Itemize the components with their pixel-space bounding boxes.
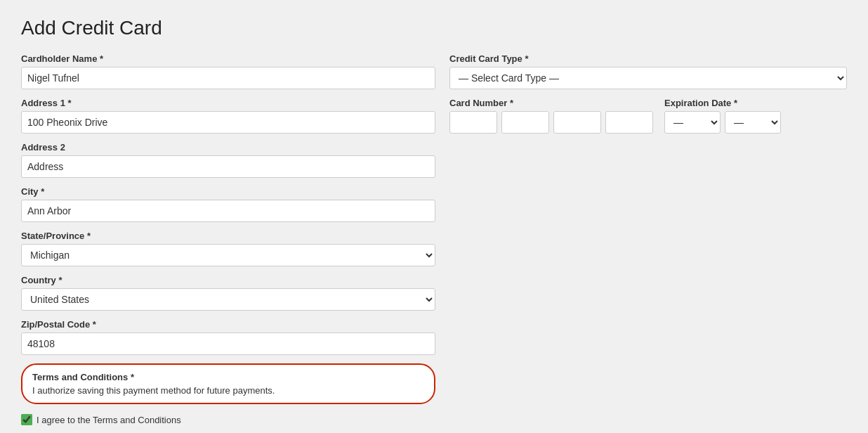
terms-text: I authorize saving this payment method f… — [32, 385, 424, 396]
expiry-selects: — 01 02 03 04 05 06 07 08 09 10 11 12 — [664, 111, 781, 134]
agree-label: I agree to the Terms and Conditions — [37, 415, 181, 425]
card-number-part4[interactable] — [605, 111, 653, 134]
card-number-expiry-row: Card Number * Expiration Date * — 01 02 … — [449, 98, 847, 134]
expiry-month-select[interactable]: — 01 02 03 04 05 06 07 08 09 10 11 12 — [664, 111, 721, 134]
expiry-label: Expiration Date * — [664, 98, 781, 108]
terms-box: Terms and Conditions * I authorize savin… — [21, 363, 435, 404]
country-select[interactable]: United States Canada United Kingdom — [21, 288, 435, 311]
city-input[interactable] — [21, 200, 435, 222]
left-column: Cardholder Name * Address 1 * Address 2 … — [21, 53, 435, 433]
agree-checkbox[interactable] — [21, 414, 32, 425]
cardholder-name-field: Cardholder Name * — [21, 53, 435, 89]
country-field: Country * United States Canada United Ki… — [21, 275, 435, 311]
terms-label: Terms and Conditions * — [32, 372, 424, 382]
city-label: City * — [21, 186, 435, 197]
agree-checkbox-row: I agree to the Terms and Conditions — [21, 414, 435, 425]
cardholder-name-label: Cardholder Name * — [21, 53, 435, 64]
expiry-group: Expiration Date * — 01 02 03 04 05 06 07… — [664, 98, 781, 134]
card-number-label: Card Number * — [449, 98, 653, 108]
address2-label: Address 2 — [21, 142, 435, 153]
page-title: Add Credit Card — [21, 17, 847, 39]
zip-label: Zip/Postal Code * — [21, 319, 435, 330]
card-number-part3[interactable] — [553, 111, 601, 134]
address1-field: Address 1 * — [21, 98, 435, 134]
state-field: State/Province * Michigan Alabama Alaska… — [21, 231, 435, 266]
zip-field: Zip/Postal Code * — [21, 319, 435, 355]
card-number-group: Card Number * — [449, 98, 653, 134]
country-label: Country * — [21, 275, 435, 285]
expiry-year-select[interactable]: — 2024 2025 2026 2027 2028 2029 2030 — [725, 111, 781, 134]
cardholder-name-input[interactable] — [21, 67, 435, 89]
city-field: City * — [21, 186, 435, 222]
right-column: Credit Card Type * — Select Card Type — … — [449, 53, 847, 433]
card-number-inputs — [449, 111, 653, 134]
address1-input[interactable] — [21, 111, 435, 134]
card-number-part1[interactable] — [449, 111, 497, 134]
address2-input[interactable] — [21, 155, 435, 178]
card-type-select[interactable]: — Select Card Type — Visa Mastercard Ame… — [449, 67, 847, 89]
card-type-field: Credit Card Type * — Select Card Type — … — [449, 53, 847, 89]
form-container: Cardholder Name * Address 1 * Address 2 … — [21, 53, 847, 433]
card-number-part2[interactable] — [501, 111, 549, 134]
address2-field: Address 2 — [21, 142, 435, 178]
card-type-label: Credit Card Type * — [449, 53, 847, 64]
address1-label: Address 1 * — [21, 98, 435, 108]
state-label: State/Province * — [21, 231, 435, 241]
zip-input[interactable] — [21, 332, 435, 355]
state-select[interactable]: Michigan Alabama Alaska California New Y… — [21, 244, 435, 266]
